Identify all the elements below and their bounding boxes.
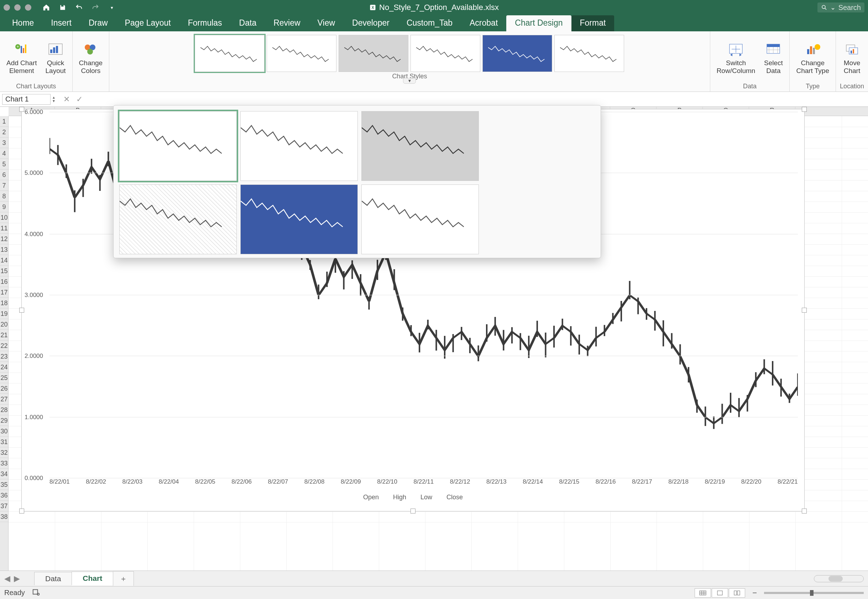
zoom-out-icon[interactable]: − (752, 588, 757, 597)
chart-styles-gallery[interactable] (113, 105, 601, 258)
home-icon[interactable] (42, 3, 51, 12)
tab-chart-design[interactable]: Chart Design (506, 15, 571, 32)
tab-formulas[interactable]: Formulas (179, 15, 231, 32)
row-header[interactable]: 5 (0, 159, 8, 170)
row-header[interactable]: 4 (0, 148, 8, 159)
row-header[interactable]: 30 (0, 426, 8, 436)
view-page-layout-button[interactable] (712, 588, 728, 597)
chart-style-6[interactable] (554, 35, 624, 72)
resize-handle-s[interactable] (410, 509, 416, 513)
tab-insert[interactable]: Insert (42, 15, 80, 32)
tab-custom[interactable]: Custom_Tab (398, 15, 461, 32)
chart-style-5[interactable] (482, 35, 552, 72)
tab-developer[interactable]: Developer (344, 15, 398, 32)
row-header[interactable]: 33 (0, 458, 8, 469)
chart-style-4[interactable] (410, 35, 480, 72)
sheet-nav-prev-icon[interactable]: ◀ (4, 574, 11, 583)
search-box[interactable]: ⌄ Search (817, 3, 865, 12)
row-header[interactable]: 23 (0, 351, 8, 362)
quick-layout-button[interactable]: Quick Layout (43, 40, 69, 76)
row-header[interactable]: 1 (0, 116, 8, 127)
resize-handle-nw[interactable] (19, 107, 24, 112)
search-dropdown-icon[interactable]: ⌄ (830, 3, 836, 11)
row-header[interactable]: 13 (0, 244, 8, 255)
redo-icon[interactable] (91, 3, 100, 12)
gallery-style-5[interactable] (240, 185, 358, 254)
gallery-style-6[interactable] (361, 185, 479, 254)
zoom-window-icon[interactable] (25, 4, 32, 11)
gallery-style-2[interactable] (240, 111, 358, 181)
tab-review[interactable]: Review (265, 15, 309, 32)
sheet-tab-chart[interactable]: Chart (72, 572, 113, 585)
macro-record-icon[interactable] (32, 588, 40, 597)
chart-style-1[interactable] (195, 35, 264, 72)
resize-handle-e[interactable] (802, 308, 807, 313)
row-header[interactable]: 22 (0, 340, 8, 351)
row-header[interactable]: 19 (0, 309, 8, 319)
window-controls[interactable] (3, 4, 32, 11)
gallery-style-1[interactable] (119, 111, 237, 181)
row-header[interactable]: 29 (0, 415, 8, 426)
row-header[interactable]: 9 (0, 202, 8, 212)
row-header[interactable]: 14 (0, 255, 8, 266)
row-header[interactable]: 17 (0, 287, 8, 298)
row-header[interactable]: 36 (0, 490, 8, 501)
minimize-window-icon[interactable] (14, 4, 21, 11)
row-header[interactable]: 37 (0, 501, 8, 512)
gallery-style-3[interactable] (361, 111, 479, 181)
tab-acrobat[interactable]: Acrobat (461, 15, 506, 32)
move-chart-button[interactable]: Move Chart (839, 40, 865, 76)
row-header[interactable]: 25 (0, 373, 8, 383)
chart-style-3[interactable] (339, 35, 408, 72)
row-header[interactable]: 31 (0, 436, 8, 447)
row-header[interactable]: 3 (0, 137, 8, 148)
row-header[interactable]: 20 (0, 319, 8, 330)
chart-style-2[interactable] (267, 35, 336, 72)
cancel-formula-icon[interactable]: ✕ (63, 95, 70, 104)
change-colors-button[interactable]: Change Colors (76, 40, 106, 76)
row-header[interactable]: 12 (0, 233, 8, 244)
row-header[interactable]: 15 (0, 266, 8, 276)
row-header[interactable]: 11 (0, 223, 8, 233)
view-normal-button[interactable] (695, 588, 711, 597)
name-box[interactable]: Chart 1 (2, 94, 51, 105)
row-header[interactable]: 10 (0, 212, 8, 223)
add-chart-element-button[interactable]: + Add Chart Element (3, 40, 40, 76)
sheet-nav-next-icon[interactable]: ▶ (14, 574, 20, 583)
row-header[interactable]: 2 (0, 127, 8, 137)
name-box-stepper[interactable]: ▲▼ (52, 96, 59, 103)
horizontal-scroll[interactable] (814, 575, 864, 582)
view-page-break-button[interactable] (729, 588, 745, 597)
resize-handle-w[interactable] (19, 308, 24, 313)
select-data-button[interactable]: Select Data (761, 40, 786, 76)
row-header[interactable]: 38 (0, 512, 8, 522)
row-header[interactable]: 34 (0, 469, 8, 479)
tab-draw[interactable]: Draw (80, 15, 116, 32)
enter-formula-icon[interactable]: ✓ (76, 95, 83, 104)
gallery-style-4[interactable] (119, 185, 237, 254)
row-header[interactable]: 6 (0, 170, 8, 180)
row-header[interactable]: 35 (0, 479, 8, 490)
tab-view[interactable]: View (309, 15, 344, 32)
tab-page-layout[interactable]: Page Layout (116, 15, 179, 32)
row-header[interactable]: 28 (0, 405, 8, 415)
undo-icon[interactable] (75, 3, 83, 12)
change-chart-type-button[interactable]: Change Chart Type (793, 40, 832, 76)
tab-home[interactable]: Home (3, 15, 42, 32)
switch-row-column-button[interactable]: Switch Row/Column (714, 40, 758, 76)
resize-handle-sw[interactable] (19, 509, 24, 513)
row-headers[interactable]: 1234567891011121314151617181920212223242… (0, 116, 9, 570)
resize-handle-se[interactable] (802, 509, 807, 513)
row-header[interactable]: 32 (0, 447, 8, 458)
row-header[interactable]: 21 (0, 330, 8, 340)
sheet-tab-data[interactable]: Data (34, 572, 72, 585)
zoom-slider[interactable] (764, 592, 864, 594)
close-window-icon[interactable] (3, 4, 10, 11)
row-header[interactable]: 8 (0, 191, 8, 202)
row-header[interactable]: 26 (0, 383, 8, 394)
tab-data[interactable]: Data (231, 15, 265, 32)
row-header[interactable]: 7 (0, 180, 8, 191)
sheet-tab-add[interactable]: ＋ (113, 571, 134, 586)
row-header[interactable]: 27 (0, 394, 8, 405)
tab-format[interactable]: Format (571, 15, 614, 32)
